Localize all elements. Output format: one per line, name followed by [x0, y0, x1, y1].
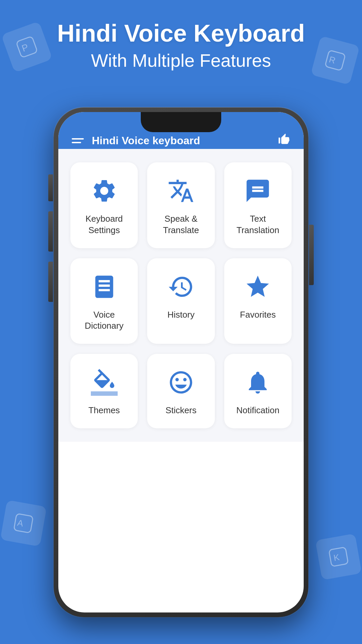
keyboard-settings-card[interactable]: Keyboard Settings [70, 162, 138, 248]
keyboard-settings-label: Keyboard Settings [77, 213, 131, 236]
app-bar-title: Hindi Voice keyboard [92, 135, 278, 147]
voice-dictionary-card[interactable]: Voice Dictionary [70, 258, 138, 344]
history-label: History [168, 309, 195, 321]
silent-button [48, 262, 53, 302]
phone-mockup: Hindi Voice keyboard Keyboard Settings [54, 107, 308, 617]
header-section: Hindi Voice Keyboard With Multiple Featu… [0, 20, 362, 71]
volume-down-button [48, 211, 53, 252]
menu-button[interactable] [72, 138, 84, 143]
feature-row-2: Voice Dictionary History Favorites [70, 258, 292, 344]
feature-row-1: Keyboard Settings Speak & Translate Text… [70, 162, 292, 248]
feature-row-3: Themes Stickers Notification [70, 354, 292, 428]
header-subtitle: With Multiple Features [0, 50, 362, 71]
power-button [309, 225, 314, 285]
svg-text:K: K [333, 552, 341, 563]
notification-label: Notification [236, 405, 280, 416]
svg-rect-4 [14, 514, 33, 533]
notification-card[interactable]: Notification [224, 354, 292, 428]
speak-translate-label: Speak & Translate [154, 213, 208, 236]
clock-icon [166, 272, 196, 302]
header-title: Hindi Voice Keyboard [0, 20, 362, 47]
translate-icon [166, 176, 196, 206]
favorites-label: Favorites [240, 309, 276, 321]
svg-rect-6 [329, 547, 348, 567]
main-content: Keyboard Settings Speak & Translate Text… [58, 149, 304, 442]
phone-notch [141, 112, 221, 132]
emoji-icon [166, 367, 196, 397]
menu-line-1 [72, 138, 84, 140]
svg-text:A: A [16, 518, 24, 529]
text-translation-label: Text Translation [231, 213, 285, 236]
history-card[interactable]: History [147, 258, 215, 344]
stickers-label: Stickers [166, 405, 196, 416]
phone-outer-shell: Hindi Voice keyboard Keyboard Settings [54, 107, 308, 617]
voice-dictionary-label: Voice Dictionary [77, 309, 131, 332]
chat-icon [243, 176, 273, 206]
star-icon [243, 272, 273, 302]
gear-icon [89, 176, 119, 206]
menu-line-2 [72, 142, 81, 143]
favorites-card[interactable]: Favorites [224, 258, 292, 344]
phone-screen: Hindi Voice keyboard Keyboard Settings [58, 112, 304, 612]
text-translation-card[interactable]: Text Translation [224, 162, 292, 248]
speak-translate-card[interactable]: Speak & Translate [147, 162, 215, 248]
stickers-card[interactable]: Stickers [147, 354, 215, 428]
paint-icon [89, 367, 119, 397]
volume-up-button [48, 174, 53, 201]
themes-label: Themes [88, 405, 120, 416]
book-icon [89, 272, 119, 302]
like-button[interactable] [278, 133, 290, 148]
bell-icon [243, 367, 273, 397]
themes-card[interactable]: Themes [70, 354, 138, 428]
